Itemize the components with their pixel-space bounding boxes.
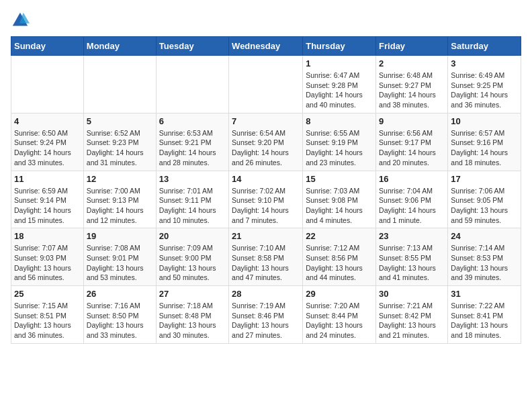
day-info: Sunrise: 6:49 AM Sunset: 9:25 PM Dayligh… bbox=[451, 71, 518, 110]
day-info: Sunrise: 7:00 AM Sunset: 9:13 PM Dayligh… bbox=[87, 186, 153, 226]
calendar-cell bbox=[11, 56, 84, 113]
day-info: Sunrise: 6:47 AM Sunset: 9:28 PM Dayligh… bbox=[306, 71, 373, 110]
day-info: Sunrise: 7:13 AM Sunset: 8:55 PM Dayligh… bbox=[379, 243, 445, 283]
calendar-cell: 30Sunrise: 7:21 AM Sunset: 8:42 PM Dayli… bbox=[376, 286, 448, 344]
day-number: 10 bbox=[451, 116, 518, 126]
logo-icon bbox=[11, 11, 30, 30]
day-info: Sunrise: 7:14 AM Sunset: 8:53 PM Dayligh… bbox=[451, 243, 518, 283]
day-info: Sunrise: 7:16 AM Sunset: 8:50 PM Dayligh… bbox=[87, 301, 153, 340]
day-info: Sunrise: 7:19 AM Sunset: 8:46 PM Dayligh… bbox=[232, 301, 300, 340]
day-info: Sunrise: 6:56 AM Sunset: 9:17 PM Dayligh… bbox=[379, 128, 445, 168]
day-number: 11 bbox=[14, 174, 81, 184]
calendar-cell: 26Sunrise: 7:16 AM Sunset: 8:50 PM Dayli… bbox=[83, 286, 156, 344]
day-info: Sunrise: 6:53 AM Sunset: 9:21 PM Dayligh… bbox=[159, 128, 226, 168]
day-info: Sunrise: 6:57 AM Sunset: 9:16 PM Dayligh… bbox=[451, 128, 518, 168]
day-info: Sunrise: 6:50 AM Sunset: 9:24 PM Dayligh… bbox=[14, 128, 81, 168]
day-info: Sunrise: 7:21 AM Sunset: 8:42 PM Dayligh… bbox=[379, 301, 445, 340]
header-row: SundayMondayTuesdayWednesdayThursdayFrid… bbox=[11, 37, 521, 56]
calendar-header: SundayMondayTuesdayWednesdayThursdayFrid… bbox=[11, 37, 521, 56]
day-info: Sunrise: 7:10 AM Sunset: 8:58 PM Dayligh… bbox=[232, 243, 300, 283]
calendar-cell: 17Sunrise: 7:06 AM Sunset: 9:05 PM Dayli… bbox=[448, 171, 521, 228]
page-header bbox=[11, 11, 521, 30]
day-info: Sunrise: 6:59 AM Sunset: 9:14 PM Dayligh… bbox=[14, 186, 81, 226]
calendar-cell: 21Sunrise: 7:10 AM Sunset: 8:58 PM Dayli… bbox=[229, 228, 303, 286]
calendar-body: 1Sunrise: 6:47 AM Sunset: 9:28 PM Daylig… bbox=[11, 56, 521, 344]
day-info: Sunrise: 7:09 AM Sunset: 9:00 PM Dayligh… bbox=[159, 243, 226, 283]
day-number: 19 bbox=[87, 231, 153, 241]
calendar-cell bbox=[156, 56, 228, 113]
calendar-cell: 6Sunrise: 6:53 AM Sunset: 9:21 PM Daylig… bbox=[156, 113, 228, 171]
day-number: 30 bbox=[379, 289, 445, 299]
week-row-1: 1Sunrise: 6:47 AM Sunset: 9:28 PM Daylig… bbox=[11, 56, 521, 113]
week-row-3: 11Sunrise: 6:59 AM Sunset: 9:14 PM Dayli… bbox=[11, 171, 521, 228]
day-number: 28 bbox=[232, 289, 300, 299]
calendar-cell: 29Sunrise: 7:20 AM Sunset: 8:44 PM Dayli… bbox=[303, 286, 376, 344]
calendar-cell: 8Sunrise: 6:55 AM Sunset: 9:19 PM Daylig… bbox=[303, 113, 376, 171]
header-day-wednesday: Wednesday bbox=[229, 37, 303, 56]
day-number: 20 bbox=[159, 231, 226, 241]
calendar-cell: 13Sunrise: 7:01 AM Sunset: 9:11 PM Dayli… bbox=[156, 171, 228, 228]
day-info: Sunrise: 7:03 AM Sunset: 9:08 PM Dayligh… bbox=[306, 186, 373, 226]
day-info: Sunrise: 6:52 AM Sunset: 9:23 PM Dayligh… bbox=[87, 128, 153, 168]
day-number: 15 bbox=[306, 174, 373, 184]
calendar-cell: 27Sunrise: 7:18 AM Sunset: 8:48 PM Dayli… bbox=[156, 286, 228, 344]
calendar-cell: 1Sunrise: 6:47 AM Sunset: 9:28 PM Daylig… bbox=[303, 56, 376, 113]
day-number: 5 bbox=[87, 116, 153, 126]
calendar-cell: 25Sunrise: 7:15 AM Sunset: 8:51 PM Dayli… bbox=[11, 286, 84, 344]
calendar-cell: 18Sunrise: 7:07 AM Sunset: 9:03 PM Dayli… bbox=[11, 228, 84, 286]
day-number: 6 bbox=[159, 116, 226, 126]
day-info: Sunrise: 6:48 AM Sunset: 9:27 PM Dayligh… bbox=[379, 71, 445, 110]
day-number: 24 bbox=[451, 231, 518, 241]
calendar-cell: 31Sunrise: 7:22 AM Sunset: 8:41 PM Dayli… bbox=[448, 286, 521, 344]
week-row-2: 4Sunrise: 6:50 AM Sunset: 9:24 PM Daylig… bbox=[11, 113, 521, 171]
header-day-friday: Friday bbox=[376, 37, 448, 56]
day-number: 12 bbox=[87, 174, 153, 184]
header-day-sunday: Sunday bbox=[11, 37, 84, 56]
calendar-cell: 2Sunrise: 6:48 AM Sunset: 9:27 PM Daylig… bbox=[376, 56, 448, 113]
day-info: Sunrise: 7:06 AM Sunset: 9:05 PM Dayligh… bbox=[451, 186, 518, 226]
day-info: Sunrise: 7:20 AM Sunset: 8:44 PM Dayligh… bbox=[306, 301, 373, 340]
calendar-cell: 4Sunrise: 6:50 AM Sunset: 9:24 PM Daylig… bbox=[11, 113, 84, 171]
day-info: Sunrise: 7:12 AM Sunset: 8:56 PM Dayligh… bbox=[306, 243, 373, 283]
day-number: 26 bbox=[87, 289, 153, 299]
day-info: Sunrise: 6:55 AM Sunset: 9:19 PM Dayligh… bbox=[306, 128, 373, 168]
day-info: Sunrise: 7:01 AM Sunset: 9:11 PM Dayligh… bbox=[159, 186, 226, 226]
calendar-table: SundayMondayTuesdayWednesdayThursdayFrid… bbox=[11, 36, 521, 344]
day-number: 2 bbox=[379, 58, 445, 68]
day-number: 27 bbox=[159, 289, 226, 299]
day-info: Sunrise: 6:54 AM Sunset: 9:20 PM Dayligh… bbox=[232, 128, 300, 168]
day-info: Sunrise: 7:07 AM Sunset: 9:03 PM Dayligh… bbox=[14, 243, 81, 283]
day-info: Sunrise: 7:18 AM Sunset: 8:48 PM Dayligh… bbox=[159, 301, 226, 340]
day-info: Sunrise: 7:22 AM Sunset: 8:41 PM Dayligh… bbox=[451, 301, 518, 340]
header-day-thursday: Thursday bbox=[303, 37, 376, 56]
calendar-cell: 3Sunrise: 6:49 AM Sunset: 9:25 PM Daylig… bbox=[448, 56, 521, 113]
calendar-cell: 11Sunrise: 6:59 AM Sunset: 9:14 PM Dayli… bbox=[11, 171, 84, 228]
day-number: 22 bbox=[306, 231, 373, 241]
calendar-cell: 20Sunrise: 7:09 AM Sunset: 9:00 PM Dayli… bbox=[156, 228, 228, 286]
calendar-cell: 22Sunrise: 7:12 AM Sunset: 8:56 PM Dayli… bbox=[303, 228, 376, 286]
header-day-tuesday: Tuesday bbox=[156, 37, 228, 56]
day-number: 29 bbox=[306, 289, 373, 299]
week-row-5: 25Sunrise: 7:15 AM Sunset: 8:51 PM Dayli… bbox=[11, 286, 521, 344]
day-number: 25 bbox=[14, 289, 81, 299]
day-number: 1 bbox=[306, 58, 373, 68]
week-row-4: 18Sunrise: 7:07 AM Sunset: 9:03 PM Dayli… bbox=[11, 228, 521, 286]
day-number: 4 bbox=[14, 116, 81, 126]
header-day-monday: Monday bbox=[83, 37, 156, 56]
calendar-cell bbox=[229, 56, 303, 113]
day-number: 8 bbox=[306, 116, 373, 126]
day-info: Sunrise: 7:15 AM Sunset: 8:51 PM Dayligh… bbox=[14, 301, 81, 340]
day-number: 3 bbox=[451, 58, 518, 68]
calendar-cell: 19Sunrise: 7:08 AM Sunset: 9:01 PM Dayli… bbox=[83, 228, 156, 286]
day-number: 18 bbox=[14, 231, 81, 241]
calendar-cell: 14Sunrise: 7:02 AM Sunset: 9:10 PM Dayli… bbox=[229, 171, 303, 228]
logo bbox=[11, 11, 32, 30]
calendar-cell: 15Sunrise: 7:03 AM Sunset: 9:08 PM Dayli… bbox=[303, 171, 376, 228]
calendar-cell: 28Sunrise: 7:19 AM Sunset: 8:46 PM Dayli… bbox=[229, 286, 303, 344]
day-info: Sunrise: 7:02 AM Sunset: 9:10 PM Dayligh… bbox=[232, 186, 300, 226]
calendar-cell: 12Sunrise: 7:00 AM Sunset: 9:13 PM Dayli… bbox=[83, 171, 156, 228]
day-number: 16 bbox=[379, 174, 445, 184]
day-number: 21 bbox=[232, 231, 300, 241]
calendar-cell: 7Sunrise: 6:54 AM Sunset: 9:20 PM Daylig… bbox=[229, 113, 303, 171]
day-number: 17 bbox=[451, 174, 518, 184]
